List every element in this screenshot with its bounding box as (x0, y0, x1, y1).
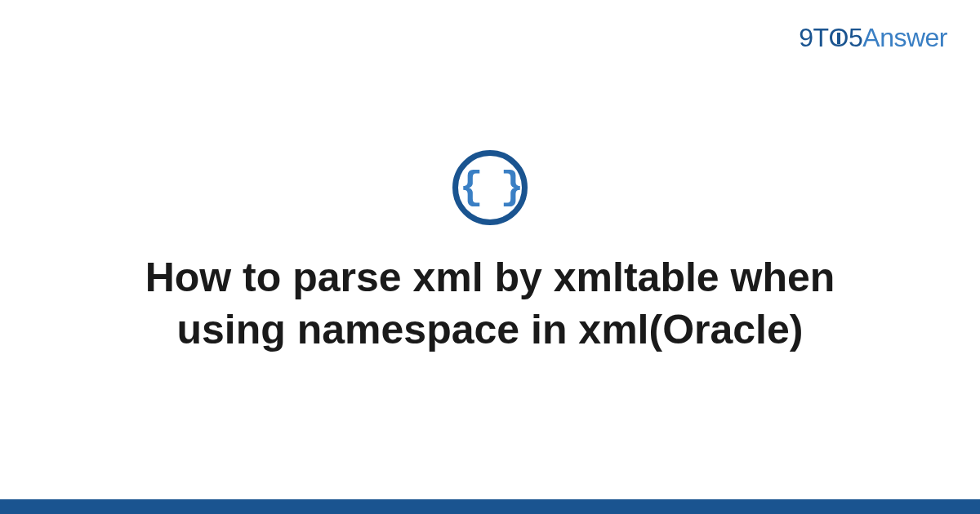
code-braces-icon: { } (452, 150, 528, 225)
page-title: How to parse xml by xmltable when using … (122, 251, 858, 356)
braces-symbol: { } (460, 166, 520, 210)
main-content: { } How to parse xml by xmltable when us… (0, 0, 980, 514)
footer-accent-bar (0, 499, 980, 514)
